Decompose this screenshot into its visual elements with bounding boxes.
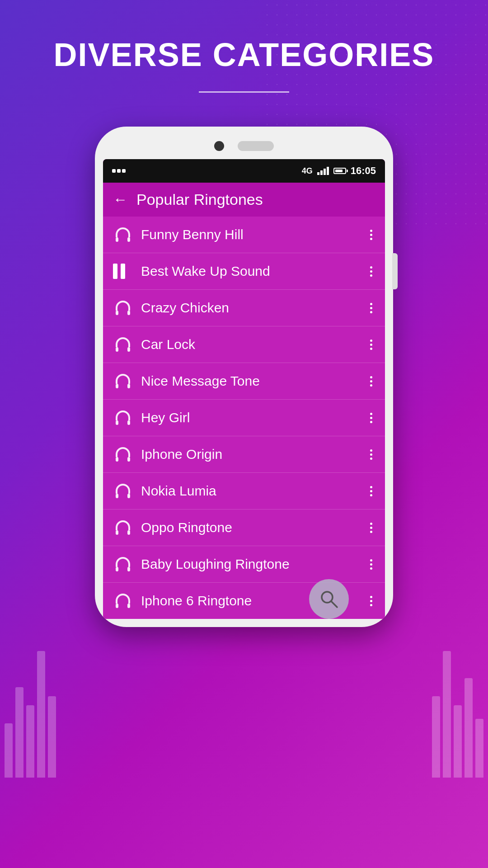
headphone-icon: [113, 554, 133, 574]
svg-rect-10: [116, 457, 118, 462]
phone-outer: 4G 16:05 ← Popular Ringtones: [95, 127, 393, 627]
header-divider: [199, 91, 289, 93]
more-dot: [370, 596, 372, 598]
more-options-icon[interactable]: [367, 447, 375, 462]
more-dot: [370, 344, 372, 346]
svg-rect-18: [116, 604, 118, 608]
pause-bar-2: [121, 264, 125, 279]
svg-rect-11: [127, 457, 130, 462]
ringtone-item[interactable]: Nice Message Tone: [103, 363, 385, 400]
headphone-icon: [113, 444, 133, 464]
more-dot: [370, 270, 372, 273]
back-button[interactable]: ←: [113, 191, 127, 208]
more-options-icon[interactable]: [367, 264, 375, 279]
eq-bars-right: [432, 651, 483, 778]
app-header-title: Popular Ringtones: [136, 191, 263, 208]
more-dot: [370, 413, 372, 415]
ringtone-item[interactable]: Nokia Lumia: [103, 473, 385, 509]
ringtone-item[interactable]: Crazy Chicken: [103, 290, 385, 326]
ringtone-item[interactable]: Iphone 6 Ringtone: [103, 583, 385, 619]
ringtone-name: Car Lock: [141, 337, 367, 352]
status-indicator: [112, 169, 126, 173]
phone-side-button: [392, 253, 398, 289]
more-dot: [370, 494, 372, 496]
more-dot: [370, 421, 372, 423]
more-dot: [370, 376, 372, 378]
svg-rect-15: [127, 530, 130, 535]
more-options-icon[interactable]: [367, 410, 375, 426]
svg-rect-7: [127, 384, 130, 388]
svg-rect-9: [127, 420, 130, 425]
svg-rect-1: [127, 237, 130, 242]
ringtone-item[interactable]: Baby Loughing Ringtone: [103, 546, 385, 583]
search-icon: [318, 588, 340, 610]
more-dot: [370, 531, 372, 533]
more-options-icon[interactable]: [367, 557, 375, 572]
more-options-icon[interactable]: [367, 373, 375, 389]
ringtone-name: Iphone 6 Ringtone: [141, 593, 322, 609]
svg-rect-2: [116, 311, 118, 315]
ringtone-item[interactable]: Car Lock: [103, 326, 385, 363]
more-options-icon[interactable]: [367, 593, 375, 609]
status-right: 4G 16:05: [302, 165, 376, 177]
more-dot: [370, 604, 372, 606]
svg-rect-19: [127, 604, 130, 608]
svg-rect-0: [116, 237, 118, 242]
headphone-icon: [113, 298, 133, 318]
ringtone-name: Iphone Origin: [141, 447, 367, 462]
more-options-icon[interactable]: [367, 337, 375, 353]
more-dot: [370, 527, 372, 529]
more-options-icon[interactable]: [367, 227, 375, 243]
more-options-icon[interactable]: [367, 483, 375, 499]
svg-rect-17: [127, 567, 130, 571]
pause-bar-1: [113, 264, 117, 279]
more-options-icon[interactable]: [367, 300, 375, 316]
app-header: ← Popular Ringtones: [103, 183, 385, 217]
more-dot: [370, 490, 372, 492]
more-dot: [370, 600, 372, 602]
status-bar: 4G 16:05: [103, 159, 385, 183]
headphone-icon: [113, 518, 133, 538]
ringtone-item[interactable]: Iphone Origin: [103, 436, 385, 473]
more-dot: [370, 567, 372, 570]
ringtone-name: Oppo Ringtone: [141, 520, 367, 535]
battery-fill: [335, 170, 343, 172]
svg-rect-16: [116, 567, 118, 571]
status-left: [112, 169, 126, 173]
more-options-icon[interactable]: [367, 520, 375, 536]
ringtone-item[interactable]: Oppo Ringtone: [103, 509, 385, 546]
ringtone-name: Funny Benny Hill: [141, 227, 367, 242]
headphone-icon: [113, 481, 133, 501]
svg-rect-4: [116, 347, 118, 352]
more-dot: [370, 458, 372, 460]
status-time: 16:05: [351, 165, 376, 177]
more-dot: [370, 266, 372, 269]
more-dot: [370, 384, 372, 387]
ringtone-item[interactable]: Funny Benny Hill: [103, 217, 385, 253]
more-dot: [370, 340, 372, 342]
headphone-icon: [113, 591, 133, 611]
headphone-icon: [113, 335, 133, 354]
pause-icon: [113, 261, 133, 281]
page-title: DIVERSE CATEGORIES: [0, 36, 488, 73]
more-dot: [370, 238, 372, 240]
ringtone-item[interactable]: Hey Girl: [103, 400, 385, 436]
more-dot: [370, 453, 372, 456]
search-fab-button[interactable]: [309, 579, 349, 619]
more-dot: [370, 311, 372, 313]
svg-rect-12: [116, 494, 118, 498]
more-dot: [370, 307, 372, 309]
ringtone-item[interactable]: Best Wake Up Sound: [103, 253, 385, 290]
svg-rect-14: [116, 530, 118, 535]
svg-rect-8: [116, 420, 118, 425]
more-dot: [370, 559, 372, 561]
more-dot: [370, 274, 372, 277]
svg-rect-5: [127, 347, 130, 352]
ringtone-name: Hey Girl: [141, 410, 367, 425]
ringtone-name: Crazy Chicken: [141, 300, 367, 316]
status-dot-3: [122, 169, 126, 173]
more-dot: [370, 230, 372, 232]
svg-rect-13: [127, 494, 130, 498]
header-section: DIVERSE CATEGORIES: [0, 36, 488, 93]
status-dot-1: [112, 169, 116, 173]
